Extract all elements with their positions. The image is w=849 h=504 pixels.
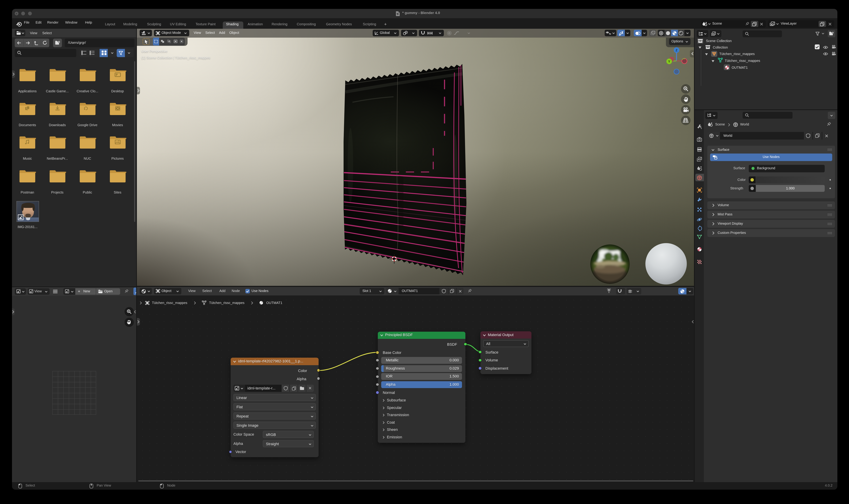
svg-text:Z: Z [676, 49, 678, 52]
svg-text:Y: Y [668, 60, 670, 63]
